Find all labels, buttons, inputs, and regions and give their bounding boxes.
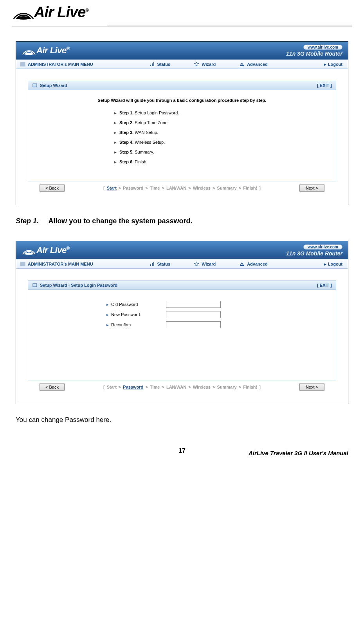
wizard-icon xyxy=(194,261,199,267)
menu-logout[interactable]: ▸Logout xyxy=(324,62,348,67)
panel-icon xyxy=(32,83,38,88)
menu-logout[interactable]: ▸Logout xyxy=(324,262,348,267)
svg-point-8 xyxy=(25,253,33,255)
crumb-wireless[interactable]: Wireless xyxy=(193,186,211,190)
bullet-icon: ▸ xyxy=(114,140,117,145)
bullet-icon: ▸ xyxy=(106,322,109,327)
crumb-summary[interactable]: Summary xyxy=(217,186,236,190)
bullet-icon: ▸ xyxy=(114,120,117,125)
panel-title: Setup Wizard xyxy=(40,83,67,88)
bullet-icon: ▸ xyxy=(106,302,109,307)
status-icon xyxy=(150,261,155,267)
svg-rect-4 xyxy=(152,63,153,66)
new-password-input[interactable] xyxy=(166,311,221,318)
back-button[interactable]: < Back xyxy=(40,384,65,391)
breadcrumb-1: [ Start > Password > Time > LAN/WAN > Wi… xyxy=(103,186,261,190)
svg-point-0 xyxy=(16,16,31,20)
menu-status[interactable]: Status xyxy=(150,62,171,67)
logo-text: Air Live® xyxy=(34,4,88,21)
airlive-logo-small: Air Live® xyxy=(22,245,70,255)
panel-body-2: ▸ Old Password ▸ New Password ▸ Reconfir… xyxy=(28,290,336,380)
airlive-logo-large: Air Live® xyxy=(12,4,88,21)
main-menu-bar: ADMINISTRATOR's MAIN MENU Status Wizard … xyxy=(16,60,348,69)
svg-rect-5 xyxy=(153,62,154,66)
crumb-password[interactable]: Password xyxy=(123,385,143,389)
crumb-start[interactable]: Start xyxy=(107,186,117,190)
logo-arcs-icon xyxy=(12,5,35,21)
step-item: ▸ Step 2. Setup Time Zone. xyxy=(114,120,328,125)
bullet-icon: ▸ xyxy=(114,150,117,154)
reconfirm-input[interactable] xyxy=(166,321,221,328)
airlive-logo-small: Air Live® xyxy=(22,45,70,56)
next-button[interactable]: Next > xyxy=(299,384,324,391)
crumb-summary[interactable]: Summary xyxy=(217,385,236,389)
advanced-icon xyxy=(239,261,245,267)
form-row-old-password: ▸ Old Password xyxy=(106,301,328,308)
panel-header: Setup Wizard [ EXIT ] xyxy=(28,81,336,90)
bullet-icon: ▸ xyxy=(114,159,117,164)
old-password-input[interactable] xyxy=(166,301,221,308)
crumb-lanwan[interactable]: LAN/WAN xyxy=(166,186,186,190)
menu-advanced[interactable]: Advanced xyxy=(239,261,268,267)
device-title: 11n 3G Mobile Router xyxy=(286,51,342,57)
wizard-steps-list: ▸ Step 1. Setup Login Password. ▸ Step 2… xyxy=(114,110,328,165)
router-banner: Air Live® www.airlive.com 11n 3G Mobile … xyxy=(16,42,348,60)
crumb-finish[interactable]: Finish! xyxy=(243,186,257,190)
main-menu-bar: ADMINISTRATOR's MAIN MENU Status Wizard … xyxy=(16,259,348,269)
svg-rect-9 xyxy=(20,262,25,266)
banner-right: www.airlive.com 11n 3G Mobile Router xyxy=(286,244,342,257)
crumb-password[interactable]: Password xyxy=(123,186,143,190)
svg-rect-6 xyxy=(240,65,244,66)
menu-icon xyxy=(20,261,25,267)
advanced-icon xyxy=(239,62,245,67)
router-banner: Air Live® www.airlive.com 11n 3G Mobile … xyxy=(16,241,348,259)
step-number: Step 1. xyxy=(16,217,39,225)
logo-arcs-small-icon xyxy=(22,45,36,56)
body-paragraph: You can change Password here. xyxy=(16,416,348,424)
svg-rect-11 xyxy=(152,263,153,266)
menu-status[interactable]: Status xyxy=(150,261,171,267)
form-row-new-password: ▸ New Password xyxy=(106,311,328,318)
form-row-reconfirm: ▸ Reconfirm xyxy=(106,321,328,328)
url-pill[interactable]: www.airlive.com xyxy=(303,45,342,50)
crumb-wireless[interactable]: Wireless xyxy=(193,385,211,389)
svg-rect-14 xyxy=(33,284,37,287)
menu-wizard[interactable]: Wizard xyxy=(194,62,216,67)
content-area-2: Setup Wizard - Setup Login Password [ EX… xyxy=(16,269,348,404)
crumb-time[interactable]: Time xyxy=(150,385,160,389)
bullet-icon: ▸ xyxy=(114,110,117,115)
svg-rect-13 xyxy=(240,265,244,266)
step-item: ▸ Step 4. Wireless Setup. xyxy=(114,140,328,145)
panel-icon xyxy=(32,282,38,288)
step-item: ▸ Step 1. Setup Login Password. xyxy=(114,110,328,116)
step-heading: Step 1. Allow you to change the system p… xyxy=(16,217,348,225)
page-header: Air Live® xyxy=(0,0,364,25)
menu-title: ADMINISTRATOR's MAIN MENU xyxy=(28,62,93,67)
device-title: 11n 3G Mobile Router xyxy=(286,250,342,257)
logo-small-text: Air Live® xyxy=(36,45,70,56)
content-area-1: Setup Wizard [ EXIT ] Setup Wizard will … xyxy=(16,69,348,205)
crumb-lanwan[interactable]: LAN/WAN xyxy=(166,385,186,389)
exit-link[interactable]: [ EXIT ] xyxy=(317,283,332,288)
nav-row-1: < Back [ Start > Password > Time > LAN/W… xyxy=(28,181,336,197)
screenshot-1: Air Live® www.airlive.com 11n 3G Mobile … xyxy=(16,41,348,205)
url-pill[interactable]: www.airlive.com xyxy=(303,244,342,250)
old-password-label: Old Password xyxy=(111,302,166,307)
next-button[interactable]: Next > xyxy=(299,185,324,192)
menu-wizard[interactable]: Wizard xyxy=(194,261,216,267)
bullet-icon: ▸ xyxy=(106,312,109,317)
status-icon xyxy=(150,62,155,67)
chevron-right-icon: ▸ xyxy=(324,62,326,67)
crumb-start[interactable]: Start xyxy=(107,385,117,389)
menu-title: ADMINISTRATOR's MAIN MENU xyxy=(28,262,93,266)
header-divider xyxy=(12,25,352,25)
svg-rect-10 xyxy=(150,264,151,266)
exit-link[interactable]: [ EXIT ] xyxy=(317,83,332,88)
nav-row-2: < Back [ Start > Password > Time > LAN/W… xyxy=(28,380,336,396)
crumb-finish[interactable]: Finish! xyxy=(243,385,257,389)
crumb-time[interactable]: Time xyxy=(150,186,160,190)
menu-advanced[interactable]: Advanced xyxy=(239,62,268,67)
svg-rect-2 xyxy=(20,62,25,66)
screenshot-2: Air Live® www.airlive.com 11n 3G Mobile … xyxy=(16,241,348,404)
back-button[interactable]: < Back xyxy=(40,185,65,192)
